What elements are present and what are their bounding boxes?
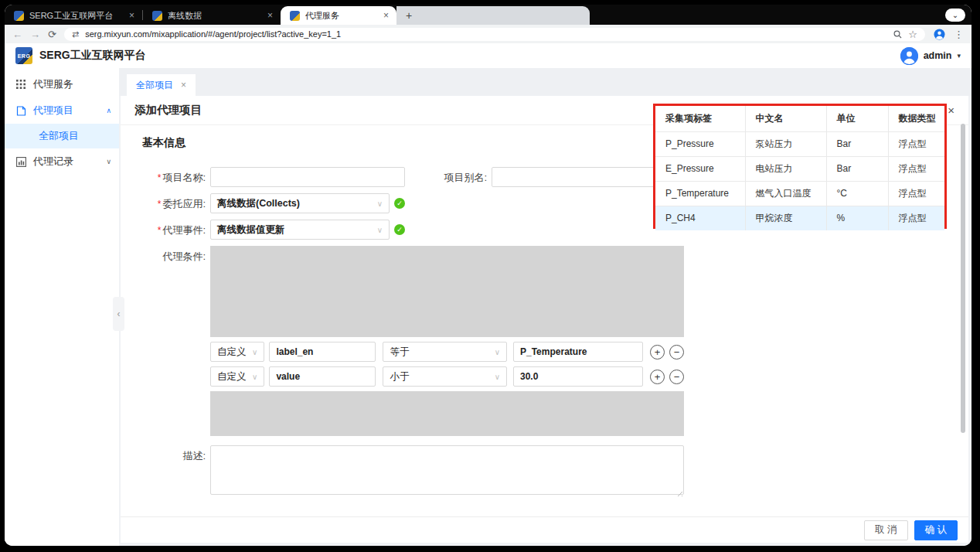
condition-type-value: 自定义 (217, 346, 247, 359)
dialog-close-icon[interactable]: × (948, 104, 954, 117)
sidebar-item-agent-service[interactable]: 代理服务 (5, 71, 119, 97)
page-tab-all-projects[interactable]: 全部项目 × (127, 74, 196, 96)
app-header: ERG SERG工业互联网平台 admin ▾ (5, 43, 971, 68)
alias-label: 项目别名: (420, 167, 487, 185)
table-row[interactable]: P_Temperature 燃气入口温度 °C 浮点型 (655, 181, 944, 206)
dialog-scrollbar[interactable] (961, 124, 965, 433)
remove-condition-button[interactable]: − (669, 345, 684, 359)
browser-tab-agent-service[interactable]: 代理服务 × (281, 6, 396, 25)
app-label: *委托应用: (131, 193, 206, 211)
condition-operator-select[interactable]: 小于 ∨ (383, 366, 507, 387)
condition-value-input[interactable] (513, 366, 643, 387)
chevron-down-icon: ∨ (252, 373, 257, 381)
name-label: *项目名称: (131, 167, 206, 185)
zoom-search-icon[interactable] (893, 30, 902, 39)
cell-type: 浮点型 (888, 181, 944, 206)
address-bar[interactable]: ⇄ serg.mixyun.com/mixapplication/#/agent… (64, 28, 925, 41)
valid-check-icon: ✓ (394, 224, 405, 235)
condition-type-value: 自定义 (217, 370, 247, 383)
condition-placeholder-block (210, 246, 684, 337)
condition-placeholder-block (210, 391, 684, 436)
tab-close-icon[interactable]: × (129, 10, 134, 21)
condition-field-input[interactable] (269, 366, 376, 387)
required-mark: * (158, 172, 162, 183)
cell-label: E_Pressure (655, 156, 745, 181)
new-tab-icon[interactable]: + (406, 10, 412, 21)
cell-cn-name: 泵站压力 (745, 131, 826, 156)
sidebar-item-all-projects[interactable]: 全部项目 (5, 124, 119, 148)
table-header-row: 采集项标签 中文名 单位 数据类型 (655, 106, 944, 131)
favicon-icon (290, 11, 300, 21)
required-mark: * (158, 225, 162, 236)
cancel-button[interactable]: 取 消 (864, 520, 907, 540)
cell-type: 浮点型 (888, 131, 944, 156)
cell-unit: % (826, 206, 888, 230)
add-condition-button[interactable]: + (650, 345, 665, 359)
site-info-icon[interactable]: ⇄ (72, 30, 79, 39)
project-name-input[interactable] (210, 167, 405, 187)
app-title: SERG工业互联网平台 (39, 49, 146, 63)
chart-icon (15, 157, 26, 167)
sidebar-item-agent-records[interactable]: 代理记录 ∨ (5, 148, 119, 175)
confirm-button[interactable]: 确 认 (914, 520, 958, 540)
browser-tab-offline-data[interactable]: 离线数据 × (143, 6, 281, 25)
browser-toolbar: ← → ⟳ ⇄ serg.mixyun.com/mixapplication/#… (5, 25, 971, 43)
chevron-down-icon: ∨ (377, 226, 383, 234)
remove-condition-button[interactable]: − (669, 370, 684, 384)
sidebar-item-label: 代理记录 (33, 155, 73, 169)
valid-check-icon: ✓ (394, 198, 405, 209)
browser-window: SERG工业互联网平台 × 离线数据 × 代理服务 × + ⌄ ← → ⟳ ⇄ … (5, 5, 971, 546)
chevron-down-icon: ∨ (252, 348, 257, 356)
chevron-up-icon: ∧ (106, 107, 111, 114)
annotation-box: 采集项标签 中文名 单位 数据类型 P_Pressure 泵站压力 Bar 浮点… (653, 104, 947, 229)
favicon-icon (152, 11, 162, 21)
description-textarea[interactable] (210, 445, 684, 495)
tab-close-icon[interactable]: × (267, 10, 273, 21)
page-tab-close-icon[interactable]: × (181, 80, 186, 90)
user-menu[interactable]: admin ▾ (900, 47, 961, 65)
forward-icon[interactable]: → (30, 29, 40, 39)
condition-row: 自定义 ∨ 等于 ∨ + (210, 342, 684, 362)
app-select[interactable]: 离线数据(Collects) ∨ (210, 193, 390, 213)
project-file-icon (15, 106, 26, 116)
form-row-description: 描述: (121, 445, 968, 498)
condition-field-input[interactable] (269, 342, 376, 362)
cell-unit: Bar (826, 156, 888, 181)
cell-type: 浮点型 (888, 206, 944, 230)
condition-value-input[interactable] (513, 342, 643, 362)
cell-label: P_Temperature (655, 181, 745, 206)
chevron-left-icon: ‹ (117, 308, 121, 319)
browser-profile-icon[interactable] (933, 28, 946, 41)
event-select[interactable]: 离线数据值更新 ∨ (210, 220, 390, 240)
browser-menu-icon[interactable]: ⋮ (954, 29, 964, 39)
bookmark-star-icon[interactable]: ☆ (908, 29, 917, 39)
condition-label: 代理条件: (131, 246, 206, 264)
table-row[interactable]: E_Pressure 电站压力 Bar 浮点型 (655, 156, 944, 181)
condition-operator-select[interactable]: 等于 ∨ (383, 342, 507, 362)
back-icon[interactable]: ← (12, 29, 22, 39)
app-logo: ERG (15, 47, 32, 64)
required-mark: * (158, 199, 162, 210)
sidebar-item-agent-project[interactable]: 代理项目 ∧ (5, 97, 119, 124)
description-label: 描述: (131, 445, 206, 463)
window-chevron-icon[interactable]: ⌄ (945, 9, 965, 22)
sidebar: 代理服务 代理项目 ∧ 全部项目 代理记录 ∨ (5, 68, 119, 546)
chevron-down-icon: ∨ (495, 348, 500, 356)
refresh-icon[interactable]: ⟳ (48, 29, 56, 39)
tab-strip-filler: + (396, 6, 590, 25)
table-row[interactable]: P_Pressure 泵站压力 Bar 浮点型 (655, 131, 944, 156)
cell-cn-name: 甲烷浓度 (745, 206, 826, 230)
condition-type-select[interactable]: 自定义 ∨ (210, 366, 264, 387)
url-text[interactable]: serg.mixyun.com/mixapplication/#/agent/p… (85, 29, 887, 39)
browser-tab-serg[interactable]: SERG工业互联网平台 × (5, 6, 142, 25)
cell-unit: °C (826, 181, 888, 206)
condition-type-select[interactable]: 自定义 ∨ (210, 342, 264, 362)
table-row-highlighted[interactable]: P_CH4 甲烷浓度 % 浮点型 (655, 206, 944, 230)
tab-close-icon[interactable]: × (383, 10, 389, 21)
sidebar-collapse-handle[interactable]: ‹ (113, 297, 124, 331)
add-condition-button[interactable]: + (650, 370, 665, 384)
favicon-icon (14, 11, 24, 21)
cell-unit: Bar (826, 131, 888, 156)
cell-type: 浮点型 (888, 156, 944, 181)
column-header: 单位 (826, 106, 888, 131)
